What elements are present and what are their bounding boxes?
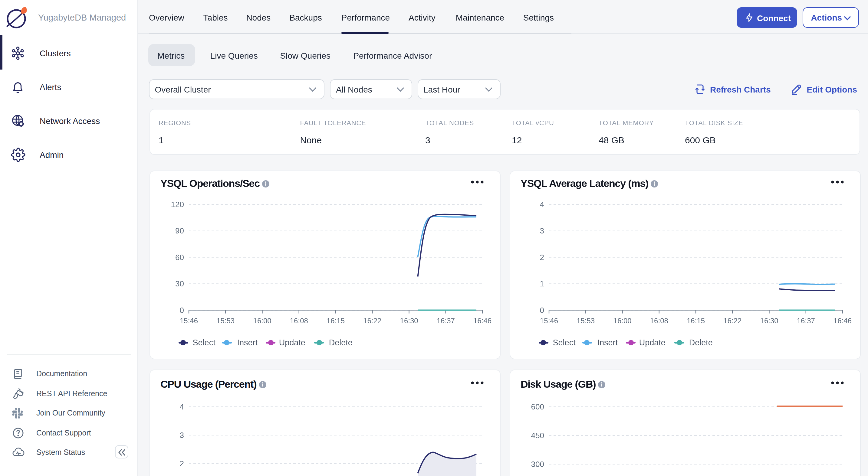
svg-text:15:46: 15:46: [540, 317, 558, 325]
svg-text:16:22: 16:22: [723, 317, 742, 325]
svg-text:16:30: 16:30: [760, 317, 778, 325]
svg-text:90: 90: [175, 226, 184, 235]
svg-text:2: 2: [540, 253, 544, 262]
svg-text:450: 450: [531, 431, 544, 440]
svg-text:15:46: 15:46: [180, 317, 198, 325]
svg-text:0: 0: [540, 306, 544, 315]
svg-text:16:22: 16:22: [363, 317, 381, 325]
svg-text:15:53: 15:53: [577, 317, 595, 325]
svg-text:1: 1: [540, 279, 544, 288]
svg-text:16:37: 16:37: [797, 317, 815, 325]
svg-text:3: 3: [180, 430, 184, 439]
svg-text:30: 30: [175, 279, 184, 288]
svg-text:300: 300: [531, 460, 544, 469]
svg-text:16:15: 16:15: [327, 317, 345, 325]
svg-text:4: 4: [540, 200, 544, 209]
svg-text:600: 600: [531, 402, 544, 411]
svg-text:120: 120: [171, 200, 184, 209]
svg-text:15:53: 15:53: [216, 317, 235, 325]
svg-text:16:46: 16:46: [834, 317, 851, 325]
svg-text:16:08: 16:08: [650, 317, 668, 325]
svg-text:16:46: 16:46: [473, 317, 492, 325]
svg-text:60: 60: [175, 253, 184, 262]
svg-text:16:37: 16:37: [437, 317, 455, 325]
svg-text:0: 0: [180, 306, 184, 315]
svg-text:3: 3: [540, 226, 544, 235]
svg-text:16:00: 16:00: [253, 317, 272, 325]
svg-text:16:08: 16:08: [290, 317, 308, 325]
svg-text:16:00: 16:00: [614, 317, 632, 325]
svg-text:4: 4: [180, 402, 184, 411]
svg-text:2: 2: [180, 459, 184, 468]
svg-text:16:30: 16:30: [400, 317, 418, 325]
svg-text:16:15: 16:15: [687, 317, 705, 325]
